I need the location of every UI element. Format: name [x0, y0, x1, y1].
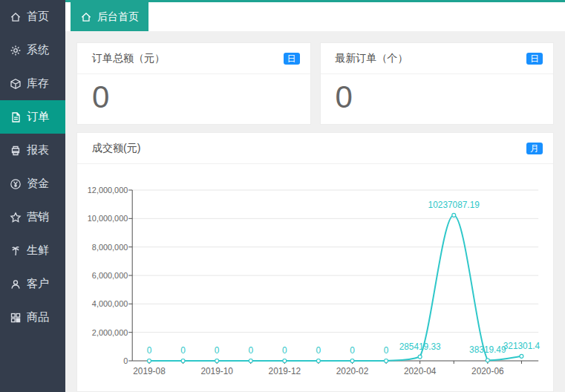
stat-value: 0: [77, 74, 310, 113]
box-icon: [10, 78, 22, 90]
gear-icon: [10, 45, 22, 56]
tab-label: 后台首页: [97, 10, 139, 24]
chart-card: 成交额(元) 月 2019-082019-102019-122020-02202…: [76, 132, 554, 392]
x-tick-label: 2020-04: [404, 366, 437, 376]
sidebar-item-home[interactable]: 首页: [0, 0, 65, 33]
y-tick-label: 0: [123, 356, 128, 365]
sidebar-item-fresh[interactable]: 生鲜: [0, 234, 65, 267]
stat-card-latest-orders: 最新订单（个） 日 0: [320, 42, 555, 125]
sidebar-item-label: 订单: [27, 110, 49, 124]
sidebar-item-goods[interactable]: 商品: [0, 301, 65, 334]
y-tick-label: 12,000,000: [88, 186, 128, 195]
tab-bar: 后台首页: [65, 0, 565, 31]
data-point: [520, 354, 523, 358]
data-point: [249, 359, 252, 363]
chart-title: 成交额(元): [92, 142, 140, 155]
sidebar-item-label: 报表: [27, 143, 49, 157]
day-badge[interactable]: 日: [284, 53, 300, 65]
data-label: 321301.4: [503, 341, 540, 351]
data-point: [385, 359, 388, 363]
sidebar: 首页系统库存订单报表资金营销生鲜客户商品: [0, 0, 65, 392]
day-badge[interactable]: 日: [526, 53, 543, 65]
x-tick-label: 2020-02: [336, 366, 369, 376]
sidebar-item-customers[interactable]: 客户: [0, 267, 65, 301]
card-title: 订单总额（元）: [92, 52, 165, 65]
data-label: 0: [215, 345, 220, 356]
x-tick-label: 2019-12: [269, 366, 301, 376]
chart-line: [149, 215, 521, 361]
data-point: [215, 359, 219, 363]
line-chart[interactable]: 2019-082019-102019-122020-022020-042020-…: [77, 164, 553, 391]
data-label: 0: [282, 345, 287, 356]
data-point: [316, 359, 320, 363]
sidebar-item-label: 营销: [27, 210, 49, 224]
home-icon: [80, 11, 92, 23]
sidebar-item-orders[interactable]: 订单: [0, 100, 65, 134]
data-label: 38319.49: [469, 344, 506, 355]
grid-icon: [10, 312, 22, 324]
x-tick-label: 2020-06: [471, 366, 504, 376]
page-content: 订单总额（元） 日 0 最新订单（个） 日 0 成交额(元) 月: [65, 31, 565, 392]
sidebar-item-funds[interactable]: 资金: [0, 167, 65, 200]
data-label: 0: [316, 345, 321, 356]
y-tick-label: 8,000,000: [92, 243, 128, 252]
y-tick-label: 2,000,000: [92, 328, 128, 337]
star-icon: [10, 212, 22, 223]
sidebar-item-label: 资金: [27, 177, 49, 191]
x-tick-label: 2019-10: [200, 366, 233, 376]
tab-backend-home[interactable]: 后台首页: [71, 2, 148, 31]
sidebar-item-label: 生鲜: [27, 244, 49, 258]
document-icon: [10, 111, 22, 123]
x-tick-label: 2019-08: [133, 366, 166, 376]
sidebar-item-label: 客户: [27, 277, 49, 291]
data-label: 0: [384, 345, 389, 356]
user-icon: [10, 278, 22, 290]
data-point: [350, 359, 354, 363]
data-point: [148, 359, 151, 363]
month-badge[interactable]: 月: [526, 143, 543, 154]
app-root: 首页系统库存订单报表资金营销生鲜客户商品 后台首页 订单总额（元） 日 0: [0, 0, 565, 392]
stat-card-order-total: 订单总额（元） 日 0: [76, 42, 311, 125]
sidebar-item-inventory[interactable]: 库存: [0, 67, 65, 100]
data-label: 10237087.19: [428, 200, 480, 210]
yen-icon: [10, 178, 22, 190]
sidebar-item-label: 首页: [27, 10, 49, 24]
data-point: [283, 359, 287, 363]
data-label: 285419.33: [399, 341, 441, 351]
home-icon: [10, 11, 22, 23]
printer-icon: [10, 145, 22, 157]
data-point: [486, 359, 489, 362]
sidebar-item-label: 系统: [27, 43, 49, 57]
y-tick-label: 6,000,000: [92, 271, 128, 280]
data-point: [452, 213, 456, 217]
stat-value: 0: [321, 74, 554, 113]
y-axis-labels: 02,000,0004,000,0006,000,0008,000,00010,…: [88, 186, 128, 365]
data-point: [418, 355, 422, 359]
card-title: 最新订单（个）: [336, 52, 408, 65]
tree-icon: [10, 245, 22, 257]
y-tick-label: 10,000,000: [88, 214, 128, 223]
sidebar-item-system[interactable]: 系统: [0, 33, 65, 67]
data-label: 0: [248, 345, 253, 356]
card-header: 最新订单（个） 日: [321, 43, 554, 74]
sidebar-item-marketing[interactable]: 营销: [0, 200, 65, 234]
data-label: 0: [350, 345, 355, 356]
data-label: 0: [147, 345, 152, 356]
sidebar-item-reports[interactable]: 报表: [0, 134, 65, 167]
y-tick-label: 4,000,000: [92, 299, 128, 308]
data-label: 0: [180, 345, 186, 356]
sidebar-item-label: 库存: [27, 76, 49, 91]
sidebar-item-label: 商品: [27, 310, 49, 324]
main-area: 后台首页 订单总额（元） 日 0 最新订单（个） 日 0: [65, 0, 565, 392]
chart-card-header: 成交额(元) 月: [77, 133, 553, 164]
data-point: [181, 359, 185, 363]
stat-cards-row: 订单总额（元） 日 0 最新订单（个） 日 0: [76, 42, 554, 125]
card-header: 订单总额（元） 日: [77, 43, 310, 74]
